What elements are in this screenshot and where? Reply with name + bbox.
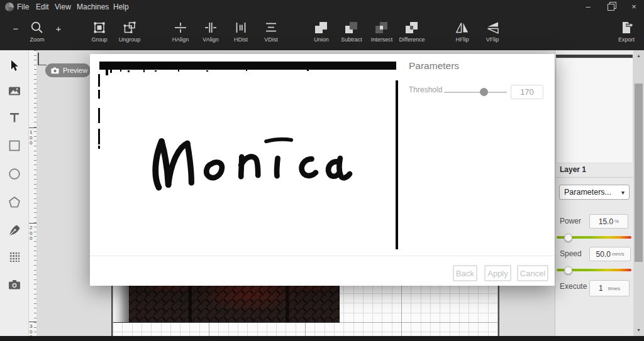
intersect-button[interactable]: Intersect (367, 19, 397, 43)
threshold-value-input[interactable] (511, 85, 543, 99)
ungroup-button[interactable]: Ungroup (114, 19, 145, 43)
zoom-label: Zoom (30, 36, 44, 43)
close-icon: × (631, 0, 636, 14)
union-icon (314, 19, 329, 35)
vflip-button[interactable]: VFlip (477, 19, 508, 43)
workarea-corner-line (38, 65, 47, 66)
restore-button[interactable] (600, 0, 621, 14)
chevron-down-icon: ▾ (621, 189, 625, 196)
execute-label: Execute (560, 282, 587, 291)
handwritten-monica (147, 124, 357, 192)
sidebar-tool-polygon[interactable] (0, 193, 28, 212)
threshold-slider-handle[interactable] (480, 88, 488, 96)
vdist-button[interactable]: VDist (256, 19, 286, 43)
intersect-icon (374, 19, 389, 35)
preview-left-dash (98, 146, 100, 149)
array-icon (9, 251, 19, 262)
hflip-button[interactable]: HFlip (447, 19, 477, 43)
subtract-button[interactable]: Subtract (336, 19, 367, 43)
hdist-icon (233, 19, 248, 35)
halign-icon (173, 19, 188, 35)
dialog-title: Parameters (409, 60, 459, 72)
speed-unit: mm/s (612, 251, 625, 257)
preview-toggle-button[interactable]: Preview (45, 63, 91, 77)
preview-label: Preview (63, 67, 87, 74)
preview-left-dash (98, 129, 100, 144)
sidebar-tool-image[interactable] (0, 82, 28, 100)
apply-button[interactable]: Apply (484, 265, 511, 281)
scroll-up-icon[interactable]: ▴ (633, 53, 644, 59)
power-input[interactable]: 15.0 % (589, 214, 628, 229)
power-label: Power (560, 217, 581, 225)
parameters-dialog: Monica Parameters Threshold Back Apply C… (90, 54, 555, 286)
sidebar-tool-select[interactable] (0, 57, 28, 75)
close-button[interactable]: × (623, 0, 644, 14)
panel-scrollbar[interactable]: ▴ ▾ (633, 50, 644, 336)
preview-left-dash (98, 108, 100, 123)
union-label: Union (314, 36, 329, 43)
difference-button[interactable]: Difference (397, 19, 427, 43)
text-icon (8, 111, 21, 124)
pen-icon (8, 224, 21, 237)
sidebar-tool-pen[interactable] (0, 221, 28, 240)
hdist-label: HDist (234, 36, 248, 43)
ruler-label-100: 100 (30, 130, 34, 146)
valign-label: VAlign (203, 36, 218, 43)
menu-machines[interactable]: Machines (77, 2, 109, 12)
power-slider-handle[interactable] (564, 234, 572, 242)
preview-camera-icon (51, 67, 59, 74)
export-button[interactable]: Export (611, 19, 641, 43)
zoom-in-button[interactable]: + (51, 23, 66, 35)
group-button[interactable]: Group (84, 19, 114, 43)
parameters-dropdown[interactable]: Parameters... ▾ (559, 185, 630, 200)
sidebar-tool-text[interactable] (0, 108, 28, 127)
power-value: 15.0 (599, 217, 613, 226)
power-unit: % (614, 219, 619, 224)
sidebar-tool-array[interactable] (0, 247, 28, 266)
title-bar: File Edit View Machines Help – × − Zoom … (0, 0, 644, 50)
cursor-icon (8, 59, 21, 73)
panel-divider (555, 177, 634, 178)
sidebar-tool-rectangle[interactable] (0, 136, 28, 155)
ruler-major-tick (29, 127, 36, 128)
halign-label: HAlign (172, 36, 189, 43)
app-logo-icon (5, 3, 14, 11)
valign-button[interactable]: VAlign (196, 19, 226, 43)
threshold-slider[interactable] (444, 92, 507, 93)
execute-value: 1 (599, 284, 603, 293)
cancel-button[interactable]: Cancel (517, 265, 548, 281)
layer-name: Layer 1 (560, 165, 586, 174)
export-label: Export (618, 36, 635, 43)
execute-input[interactable]: 1 times (589, 280, 630, 296)
scrollbar-thumb[interactable] (635, 84, 643, 262)
subtract-icon (344, 19, 359, 35)
subtract-label: Subtract (341, 36, 362, 43)
menu-edit[interactable]: Edit (36, 2, 49, 12)
scroll-down-icon[interactable]: ▾ (633, 327, 644, 333)
halign-button[interactable]: HAlign (165, 19, 196, 43)
difference-icon (404, 19, 419, 35)
workarea-corner-line (38, 53, 39, 65)
union-button[interactable]: Union (306, 19, 336, 43)
difference-label: Difference (399, 36, 425, 43)
sidebar-tool-ellipse[interactable] (0, 165, 28, 183)
menu-help[interactable]: Help (113, 2, 129, 12)
back-button[interactable]: Back (453, 265, 477, 281)
menu-file[interactable]: File (17, 2, 29, 12)
minimize-button[interactable]: – (577, 0, 599, 14)
minimize-icon: – (586, 0, 590, 14)
hdist-button[interactable]: HDist (226, 19, 256, 43)
polygon-icon (8, 195, 21, 209)
app-window: File Edit View Machines Help – × − Zoom … (0, 0, 644, 341)
speed-slider-handle[interactable] (564, 266, 572, 274)
ungroup-icon (122, 19, 137, 35)
parameters-dropdown-value: Parameters... (564, 188, 611, 197)
menu-view[interactable]: View (55, 2, 71, 12)
preview-left-dash (98, 74, 100, 87)
zoom-tool[interactable]: Zoom (22, 19, 52, 43)
zoom-out-button[interactable]: − (8, 23, 23, 35)
object-list-panel[interactable] (556, 58, 633, 163)
sidebar-tool-camera[interactable] (0, 275, 28, 294)
speed-input[interactable]: 50.0 mm/s (589, 247, 631, 261)
valign-icon (203, 19, 218, 35)
